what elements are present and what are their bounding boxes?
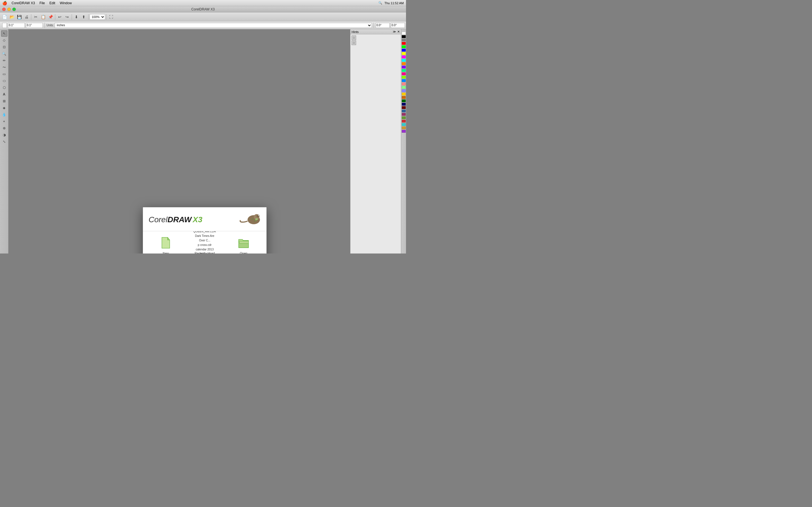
ellipse-tool[interactable]: ⬭ <box>1 78 7 84</box>
separator-3 <box>71 14 72 20</box>
angle-input[interactable] <box>375 23 390 28</box>
color-green[interactable] <box>402 45 406 48</box>
color-purple[interactable] <box>402 66 406 68</box>
y-position-input[interactable] <box>26 23 43 28</box>
color-maroon[interactable] <box>402 106 406 109</box>
color-orange[interactable] <box>402 62 406 65</box>
new-label: New <box>163 251 169 253</box>
color-black[interactable] <box>402 35 406 38</box>
hints-close-icon[interactable]: ✕ <box>397 30 400 34</box>
separator-6 <box>45 22 45 28</box>
color-olive[interactable] <box>402 116 406 119</box>
maximize-button[interactable] <box>12 8 16 11</box>
x-position-input[interactable] <box>8 23 25 28</box>
color-crimson[interactable] <box>402 120 406 122</box>
text-tool[interactable]: A <box>1 91 7 98</box>
eyedropper-tool[interactable]: 💧 <box>1 112 7 118</box>
save-button[interactable]: 💾 <box>16 13 22 20</box>
color-steel[interactable] <box>402 110 406 112</box>
main-toolbar: 📄 📂 💾 🖨 ✂ 📋 📌 ↩ ↪ ⬇ ⬆ 100% 50% 200% ⛶ <box>0 12 406 21</box>
copy-button[interactable]: 📋 <box>40 13 47 20</box>
units-select[interactable]: inches cm mm <box>55 23 372 28</box>
fill-tool[interactable]: ◈ <box>1 105 7 111</box>
menu-item-edit[interactable]: Edit <box>49 1 55 5</box>
fullscreen-button[interactable]: ⛶ <box>108 13 114 20</box>
hints-title: Hints <box>352 30 359 34</box>
color-violet[interactable] <box>402 130 406 133</box>
apple-menu[interactable]: 🍎 <box>2 1 7 5</box>
open-document-item[interactable]: Open <box>226 236 261 253</box>
color-lightgreen[interactable] <box>402 86 406 89</box>
recent-file-3[interactable]: p cross.cdr <box>193 243 216 247</box>
smart-draw-tool[interactable]: 〜 <box>1 64 7 70</box>
new-document-item[interactable]: New <box>149 236 183 253</box>
color-white[interactable] <box>402 32 406 35</box>
hints-header: Hints ≫ ✕ <box>350 29 401 34</box>
blend-tool[interactable]: ⊛ <box>1 125 7 131</box>
zoom-select[interactable]: 100% 50% 200% <box>90 14 105 20</box>
color-red[interactable] <box>402 42 406 45</box>
separator-5 <box>106 14 107 20</box>
crop-tool[interactable]: ⊡ <box>1 44 7 50</box>
canvas-area: × CorelDRAWX3 <box>8 29 401 253</box>
hints-icons: □ □ <box>350 34 401 46</box>
color-darkgreen[interactable] <box>402 100 406 102</box>
import-button[interactable]: ⬇ <box>73 13 80 20</box>
color-teal[interactable] <box>402 123 406 126</box>
color-tan[interactable] <box>402 126 406 129</box>
color-sky[interactable] <box>402 79 406 82</box>
shape-tool[interactable]: ◇ <box>1 37 7 43</box>
fill-color-picker[interactable] <box>2 23 7 28</box>
color-blue[interactable] <box>402 49 406 52</box>
freehand-tool[interactable]: ✏ <box>1 57 7 64</box>
color-salmon[interactable] <box>402 82 406 86</box>
hints-icon-2[interactable]: □ <box>352 41 356 45</box>
new-file-button[interactable]: 📄 <box>1 13 8 20</box>
outline-tool[interactable]: ⌖ <box>1 118 7 124</box>
menu-item-file[interactable]: File <box>40 1 45 5</box>
color-yellow[interactable] <box>402 52 406 55</box>
paste-button[interactable]: 📌 <box>47 13 54 20</box>
color-gray[interactable] <box>402 39 406 41</box>
recent-file-2[interactable]: Dark Times Are Over C... <box>193 234 216 243</box>
open-file-button[interactable]: 📂 <box>8 13 15 20</box>
menubar: 🍎 CorelDRAW X3 File Edit Window 🔍 Thu 11… <box>0 0 406 6</box>
property-toolbar: Units: inches cm mm <box>0 21 406 29</box>
color-cyan[interactable] <box>402 59 406 62</box>
close-button[interactable] <box>2 8 6 11</box>
rectangle-tool[interactable]: ▭ <box>1 71 7 77</box>
color-magenta[interactable] <box>402 55 406 58</box>
color-gold[interactable] <box>402 93 406 96</box>
redo-button[interactable]: ↪ <box>64 13 70 20</box>
print-button[interactable]: 🖨 <box>23 13 30 20</box>
color-palette: ▲ ▼ <box>401 29 406 253</box>
zoom-tool[interactable]: 🔍 <box>1 51 7 57</box>
color-pink[interactable] <box>402 72 406 75</box>
table-tool[interactable]: ⊞ <box>1 98 7 104</box>
units-label: Units: <box>47 24 54 27</box>
hints-expand-icon[interactable]: ≫ <box>393 30 396 34</box>
hints-icon-1[interactable]: □ <box>352 36 356 40</box>
color-mint[interactable] <box>402 69 406 72</box>
menubar-clock: 🔍 <box>378 1 382 5</box>
menubar-time: Thu 11:52 AM <box>385 1 404 5</box>
color-brown[interactable] <box>402 96 406 99</box>
transparency-tool[interactable]: ◑ <box>1 132 7 138</box>
undo-button[interactable]: ↩ <box>56 13 63 20</box>
cut-button[interactable]: ✂ <box>33 13 39 20</box>
select-tool[interactable]: ↖ <box>1 31 7 37</box>
color-lime[interactable] <box>402 76 406 78</box>
skew-input[interactable] <box>391 23 405 28</box>
logo-corel: Corel <box>149 215 167 224</box>
color-lightblue[interactable] <box>402 89 406 92</box>
menu-item-app[interactable]: CorelDRAW X3 <box>11 1 35 5</box>
minimize-button[interactable] <box>7 8 11 11</box>
export-button[interactable]: ⬆ <box>80 13 87 20</box>
connector-tool[interactable]: ⤡ <box>1 138 7 145</box>
recently-used-item[interactable]: QUEEN_AM.CDR Dark Times Are Over C... p … <box>188 236 222 253</box>
polygon-tool[interactable]: ⬡ <box>1 84 7 91</box>
color-plum[interactable] <box>402 113 406 116</box>
menu-item-window[interactable]: Window <box>60 1 72 5</box>
menubar-right: 🔍 Thu 11:52 AM <box>378 1 404 5</box>
color-navy[interactable] <box>402 103 406 106</box>
